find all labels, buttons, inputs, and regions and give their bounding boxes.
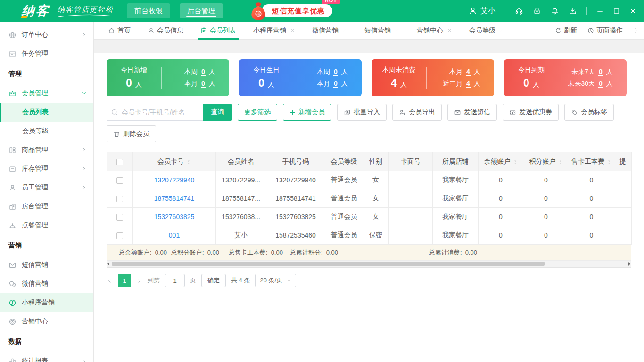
search-input[interactable] <box>107 104 203 121</box>
scroll-right-arrow[interactable] <box>628 262 630 266</box>
column-header[interactable]: 余额账户 <box>479 152 523 171</box>
delete-member-button[interactable]: 删除会员 <box>107 125 156 142</box>
sidebar-item[interactable]: 会员管理 <box>0 84 93 103</box>
sidebar-item[interactable]: 库存管理 <box>0 159 93 178</box>
sort-icon[interactable] <box>607 158 611 165</box>
row-checkbox[interactable] <box>116 177 123 184</box>
sidebar-item[interactable]: 点餐管理 <box>0 216 93 235</box>
topbar-nav-button[interactable]: 后台管理 <box>180 3 223 18</box>
column-header[interactable]: 提 <box>614 152 632 171</box>
sidebar-item[interactable]: 商品管理 <box>0 140 93 159</box>
stat-row-value[interactable]: 0 <box>201 68 206 76</box>
close-icon[interactable] <box>629 8 636 15</box>
add-member-button[interactable]: 新增会员 <box>283 104 331 121</box>
toolbar-button[interactable]: 批量导入 <box>337 104 387 121</box>
sidebar-item[interactable]: 会员列表 <box>0 103 93 122</box>
row-select-cell <box>107 189 133 208</box>
tab-close-icon[interactable] <box>342 28 347 33</box>
sort-icon[interactable] <box>558 158 563 165</box>
toolbar-button[interactable]: 会员标签 <box>564 104 614 121</box>
refresh-button[interactable]: 刷新 <box>555 26 577 35</box>
stat-row-value[interactable]: 0 <box>333 80 338 88</box>
column-header[interactable]: 会员卡号 <box>133 152 216 171</box>
sidebar-item[interactable]: 统计报表 <box>0 352 93 362</box>
tab[interactable]: 微信营销 <box>312 22 347 39</box>
column-header[interactable]: 会员等级 <box>325 152 363 171</box>
tab[interactable]: 小程序营销 <box>253 22 295 39</box>
minimize-icon[interactable] <box>596 8 603 15</box>
sidebar-item[interactable]: 任务管理 <box>0 44 93 63</box>
tab[interactable]: 会员等级 <box>469 22 504 39</box>
column-header[interactable]: 售卡工本费 <box>569 152 614 171</box>
select-all-checkbox[interactable] <box>116 159 123 165</box>
toolbar-button[interactable]: 会员导出 <box>392 104 442 121</box>
sort-icon[interactable] <box>513 158 518 165</box>
tab-close-icon[interactable] <box>395 28 400 33</box>
goto-page-input[interactable] <box>165 274 185 287</box>
sms-promo-banner[interactable]: 福 短信充值享优惠 HOT <box>249 1 332 21</box>
sidebar-item[interactable]: 营销中心 <box>0 312 93 331</box>
tab[interactable]: 会员信息 <box>148 22 183 39</box>
prev-page-button[interactable] <box>107 278 113 284</box>
bell-icon[interactable] <box>551 7 559 15</box>
column-header[interactable]: 卡面号 <box>389 152 433 171</box>
stat-row-value[interactable]: 0 <box>598 68 603 76</box>
current-page[interactable]: 1 <box>118 274 131 287</box>
stat-row-value[interactable]: 4 <box>466 68 471 76</box>
user-menu[interactable]: 艾小 <box>469 6 495 16</box>
tab-close-icon[interactable] <box>447 28 452 33</box>
stat-row-value[interactable]: 0 <box>598 80 603 88</box>
column-header[interactable]: 会员姓名 <box>216 152 266 171</box>
sidebar-item[interactable]: 员工管理 <box>0 178 93 197</box>
sidebar-item[interactable]: 小程序营销 <box>0 293 93 312</box>
stat-row-value[interactable]: 4 <box>466 80 471 88</box>
horizontal-scrollbar[interactable] <box>107 261 631 268</box>
column-header[interactable]: 性别 <box>363 152 389 171</box>
sort-icon[interactable] <box>186 158 191 165</box>
download-icon[interactable] <box>569 7 577 15</box>
topbar-nav-button[interactable]: 前台收银 <box>127 3 170 18</box>
sidebar-item[interactable]: 数据 <box>0 332 93 352</box>
tab-close-icon[interactable] <box>290 28 295 33</box>
more-filter-button[interactable]: 更多筛选 <box>238 104 277 121</box>
column-header[interactable]: 手机号码 <box>266 152 325 171</box>
sidebar-item[interactable]: 房台管理 <box>0 197 93 216</box>
sidebar-item[interactable]: 管理 <box>0 64 93 84</box>
sidebar-item[interactable]: 短信营销 <box>0 255 93 274</box>
maximize-icon[interactable] <box>613 8 620 15</box>
tab[interactable]: 短信营销 <box>364 22 400 39</box>
tab[interactable]: 首页 <box>108 22 131 39</box>
scrollbar-thumb[interactable] <box>112 262 545 266</box>
sidebar-item[interactable]: 营销 <box>0 236 93 255</box>
tab[interactable]: 营销中心 <box>417 22 452 39</box>
summary-value: 0.00 <box>155 249 167 256</box>
toolbar-button[interactable]: 发送优惠券 <box>503 104 559 121</box>
confirm-page-button[interactable]: 确定 <box>201 274 226 287</box>
chevron-right-icon[interactable] <box>633 27 639 33</box>
row-checkbox[interactable] <box>116 214 123 221</box>
column-header[interactable]: 所属店铺 <box>433 152 479 171</box>
sidebar-scrollbar[interactable] <box>91 22 91 362</box>
sidebar-item[interactable]: 微信营销 <box>0 274 93 293</box>
stat-row-value[interactable]: 0 <box>333 68 338 76</box>
page-ops-button[interactable]: 页面操作 <box>587 26 623 35</box>
lock-icon[interactable] <box>533 7 541 15</box>
username: 艾小 <box>480 6 495 16</box>
column-header[interactable]: 积分账户 <box>523 152 569 171</box>
sidebar-item[interactable]: 订单中心 <box>0 25 93 44</box>
scroll-left-arrow[interactable] <box>107 262 109 266</box>
table-cell: 0 <box>569 208 614 226</box>
search-button[interactable]: 查询 <box>203 104 232 121</box>
stat-row-value[interactable]: 0 <box>201 80 206 88</box>
row-checkbox[interactable] <box>116 232 123 239</box>
tab-close-icon[interactable] <box>499 28 504 33</box>
page-size-select[interactable]: 20 条/页 <box>255 274 296 287</box>
next-page-button[interactable] <box>136 278 142 284</box>
toolbar-button-label: 会员导出 <box>409 108 435 116</box>
table-cell: 普通会员 <box>325 189 363 208</box>
headset-icon[interactable] <box>515 7 523 15</box>
sidebar-item[interactable]: 会员等级 <box>0 122 93 140</box>
toolbar-button[interactable]: 发送短信 <box>447 104 497 121</box>
row-checkbox[interactable] <box>116 196 123 202</box>
tab[interactable]: 会员列表 <box>200 22 236 39</box>
